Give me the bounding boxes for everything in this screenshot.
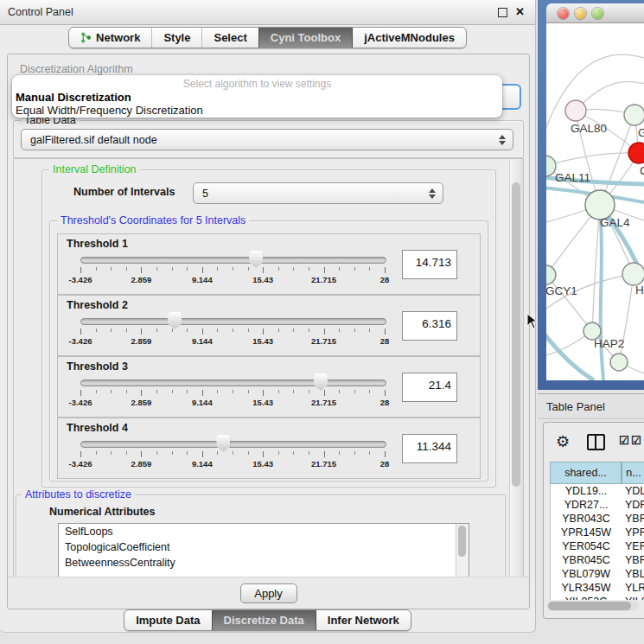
cell-name[interactable]: YBR0 [622, 554, 644, 566]
cell-name[interactable]: YBR0 [622, 513, 644, 525]
threshold-label: Threshold 3 [67, 360, 128, 373]
table-row[interactable]: YIL052CYIL0 [551, 595, 644, 600]
tick-label: 9.144 [192, 459, 213, 469]
number-of-intervals-spinner[interactable]: 5 [193, 182, 443, 204]
tab-label: Discretize Data [224, 614, 304, 627]
tab-select[interactable]: Select [201, 28, 258, 48]
column-header[interactable]: n... [622, 462, 644, 484]
dropdown-option-manual-discretization[interactable]: Manual Discretization [16, 91, 131, 104]
float-window-icon[interactable] [498, 8, 507, 17]
attributes-list-scrollbar[interactable] [456, 524, 469, 578]
cell-shared-name[interactable]: YBL079W [551, 568, 622, 580]
network-node-gal4[interactable] [585, 190, 615, 220]
cell-shared-name[interactable]: YPR145W [551, 526, 622, 539]
attribute-item-topologicalcoefficient[interactable]: TopologicalCoefficient [59, 539, 469, 555]
cell-name[interactable]: YDR2 [622, 499, 644, 511]
slider-thumb[interactable] [249, 251, 263, 268]
tab-style[interactable]: Style [151, 28, 201, 48]
settings-scrollbar-thumb[interactable] [512, 182, 520, 487]
table-row[interactable]: YDR27...YDR2 [551, 498, 644, 512]
cell-name[interactable]: YBL0 [622, 568, 644, 580]
zoom-traffic-light-icon[interactable] [592, 8, 603, 19]
network-node-gcy1[interactable] [546, 265, 556, 284]
threshold-value-field[interactable]: 21.4 [402, 373, 457, 402]
slider-thumb[interactable] [216, 435, 230, 452]
attributes-group: Attributes to discretize Numerical Attri… [16, 494, 506, 578]
table-horizontal-scrollbar[interactable] [547, 601, 639, 611]
network-node-ga[interactable] [624, 105, 644, 125]
table-data-combobox[interactable]: galFiltered.sif default node [21, 129, 513, 150]
network-canvas[interactable]: GAL80GACGAL11GAL4GCY1HHAP2 [546, 23, 644, 380]
table-row[interactable]: YER054CYER0 [551, 539, 644, 553]
network-edge[interactable] [546, 275, 592, 331]
cell-shared-name[interactable]: YLR345W [551, 582, 622, 594]
slider-thumb[interactable] [314, 373, 328, 391]
network-edge[interactable] [546, 153, 639, 166]
slider-track[interactable] [80, 441, 386, 448]
tab-infer-network[interactable]: Infer Network [316, 610, 411, 630]
network-node[interactable] [610, 354, 628, 371]
network-node-gal80[interactable] [565, 100, 586, 121]
network-node-h[interactable] [622, 263, 644, 285]
threshold-slider[interactable]: -3.4262.8599.14415.4321.71528 [80, 379, 385, 405]
cell-shared-name[interactable]: YDL19... [551, 485, 622, 497]
algorithm-dropdown-popup: Select algorithm to view settings Manual… [12, 75, 502, 118]
cell-shared-name[interactable]: YER054C [551, 540, 622, 552]
threshold-slider[interactable]: -3.4262.8599.14415.4321.71528 [80, 318, 385, 344]
slider-ticks [80, 451, 385, 458]
table-row[interactable]: YBL079WYBL0 [551, 567, 644, 581]
cell-shared-name[interactable]: YDR27... [551, 499, 622, 511]
mouse-cursor [526, 313, 539, 330]
table-row[interactable]: YBR043CYBR0 [551, 512, 644, 526]
slider-thumb[interactable] [168, 312, 182, 329]
checkbox-icon[interactable]: ☑ [631, 434, 641, 447]
threshold-slider[interactable]: -3.4262.8599.14415.4321.71528 [80, 441, 385, 467]
gear-icon[interactable]: ⚙ [556, 431, 570, 452]
tab-impute-data[interactable]: Impute Data [124, 610, 211, 630]
table-row[interactable]: YBR045CYBR0 [551, 553, 644, 567]
split-view-icon[interactable] [587, 434, 605, 450]
tick-label: 2.859 [131, 336, 152, 346]
network-node-c[interactable] [628, 143, 644, 163]
tab-network[interactable]: Network [69, 28, 151, 48]
threshold-slider[interactable]: -3.4262.8599.14415.4321.71528 [80, 257, 385, 283]
threshold-value-field[interactable]: 6.316 [402, 311, 457, 341]
slider-track[interactable] [80, 257, 386, 264]
numerical-attributes-label: Numerical Attributes [49, 506, 155, 518]
tick-label: 2.859 [131, 398, 152, 407]
network-edge-highlighted[interactable] [600, 205, 603, 380]
cell-shared-name[interactable]: YBR045C [551, 554, 622, 566]
tab-jactivemnodules[interactable]: jActiveMNodules [352, 28, 466, 48]
tab-label: Select [214, 31, 246, 44]
network-edge[interactable] [592, 205, 600, 331]
dropdown-option-equal-width-frequency-discretization[interactable]: Equal Width/Frequency Discretization [16, 104, 203, 117]
cell-name[interactable]: YER0 [622, 540, 644, 552]
checkbox-icon[interactable]: ☑ [619, 434, 629, 447]
tab-label: Cyni Toolbox [271, 31, 341, 44]
apply-button[interactable]: Apply [240, 583, 297, 603]
slider-track[interactable] [80, 379, 386, 386]
table-row[interactable]: YLR345WYLR3 [551, 581, 644, 595]
attribute-item-betweennesscentrality[interactable]: BetweennessCentrality [59, 555, 469, 571]
table-scrollbar-thumb[interactable] [548, 602, 631, 610]
close-icon[interactable]: ✕ [515, 5, 525, 19]
threshold-value-field[interactable]: 14.713 [402, 250, 457, 279]
tab-discretize-data[interactable]: Discretize Data [212, 610, 316, 630]
attribute-item-selfloops[interactable]: SelfLoops [59, 524, 469, 539]
cell-shared-name[interactable]: YIL052C [551, 596, 622, 600]
slider-track[interactable] [80, 318, 386, 325]
column-header[interactable]: shared... [550, 462, 622, 484]
threshold-value-field[interactable]: 11.344 [402, 434, 457, 463]
attributes-list-scrollbar-thumb[interactable] [458, 526, 466, 557]
minimize-traffic-light-icon[interactable] [575, 8, 586, 19]
tab-cyni-toolbox[interactable]: Cyni Toolbox [258, 28, 352, 48]
settings-scrollbar[interactable] [509, 159, 523, 577]
cell-shared-name[interactable]: YBR043C [551, 513, 622, 525]
close-traffic-light-icon[interactable] [558, 8, 569, 19]
table-row[interactable]: YPR145WYPR1 [551, 526, 644, 539]
cell-name[interactable]: YDL1 [622, 485, 644, 497]
cell-name[interactable]: YLR3 [622, 582, 644, 594]
cell-name[interactable]: YPR1 [622, 526, 644, 539]
cell-name[interactable]: YIL0 [622, 596, 644, 600]
table-row[interactable]: YDL19...YDL1 [551, 484, 644, 498]
